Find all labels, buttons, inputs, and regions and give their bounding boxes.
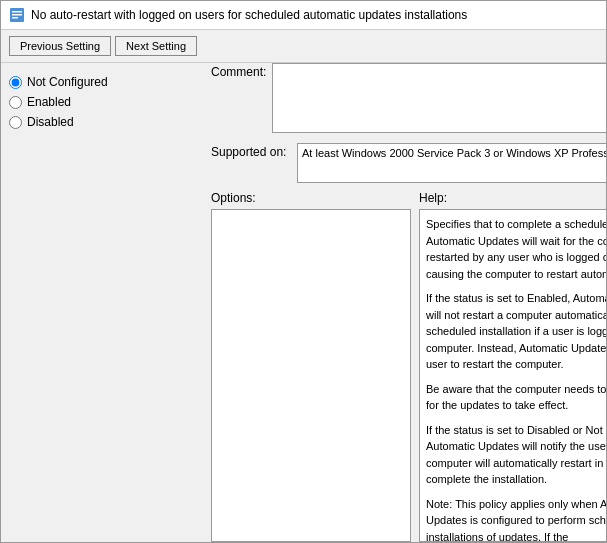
previous-setting-button[interactable]: Previous Setting bbox=[9, 36, 111, 56]
help-text: Specifies that to complete a scheduled i… bbox=[420, 210, 606, 541]
bottom-section: Options: Help: Specifies that to complet… bbox=[211, 191, 606, 542]
main-window: No auto-restart with logged on users for… bbox=[0, 0, 607, 543]
radio-not-configured-input[interactable] bbox=[9, 76, 22, 89]
window-title: No auto-restart with logged on users for… bbox=[31, 8, 467, 22]
help-panel: Help: Specifies that to complete a sched… bbox=[419, 191, 606, 542]
help-para-2: Be aware that the computer needs to be r… bbox=[426, 381, 606, 414]
options-label: Options: bbox=[211, 191, 411, 205]
help-box: Specifies that to complete a scheduled i… bbox=[419, 209, 606, 542]
supported-section: Supported on: At least Windows 2000 Serv… bbox=[211, 143, 606, 183]
svg-rect-2 bbox=[12, 14, 22, 16]
radio-disabled-label: Disabled bbox=[27, 115, 74, 129]
right-panel: Comment: ▲ ▼ Supported on: At least Wind… bbox=[211, 63, 606, 542]
toolbar: Previous Setting Next Setting bbox=[1, 30, 606, 63]
radio-group: Not Configured Enabled Disabled bbox=[9, 75, 203, 129]
svg-rect-3 bbox=[12, 17, 18, 19]
options-box bbox=[211, 209, 411, 542]
radio-disabled[interactable]: Disabled bbox=[9, 115, 203, 129]
content-area: Not Configured Enabled Disabled Comment: bbox=[1, 63, 606, 542]
radio-enabled-input[interactable] bbox=[9, 96, 22, 109]
options-panel: Options: bbox=[211, 191, 411, 542]
next-setting-button[interactable]: Next Setting bbox=[115, 36, 197, 56]
comment-label: Comment: bbox=[211, 63, 266, 79]
comment-section: Comment: ▲ ▼ bbox=[211, 63, 606, 135]
radio-disabled-input[interactable] bbox=[9, 116, 22, 129]
supported-text: At least Windows 2000 Service Pack 3 or … bbox=[298, 144, 606, 162]
left-panel: Not Configured Enabled Disabled bbox=[1, 63, 211, 542]
help-para-0: Specifies that to complete a scheduled i… bbox=[426, 216, 606, 282]
svg-rect-1 bbox=[12, 11, 22, 13]
title-bar: No auto-restart with logged on users for… bbox=[1, 1, 606, 30]
radio-not-configured[interactable]: Not Configured bbox=[9, 75, 203, 89]
help-para-3: If the status is set to Disabled or Not … bbox=[426, 422, 606, 488]
comment-textarea[interactable] bbox=[272, 63, 606, 133]
radio-enabled-label: Enabled bbox=[27, 95, 71, 109]
policy-icon bbox=[9, 7, 25, 23]
supported-label: Supported on: bbox=[211, 143, 291, 159]
radio-enabled[interactable]: Enabled bbox=[9, 95, 203, 109]
help-para-4: Note: This policy applies only when Auto… bbox=[426, 496, 606, 542]
radio-not-configured-label: Not Configured bbox=[27, 75, 108, 89]
help-label: Help: bbox=[419, 191, 606, 205]
help-para-1: If the status is set to Enabled, Automat… bbox=[426, 290, 606, 373]
